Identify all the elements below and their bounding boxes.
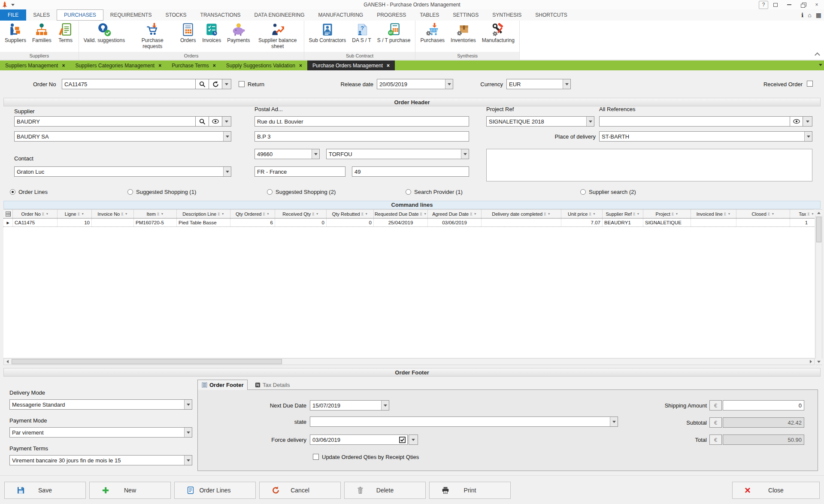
column-header-invoiced-line[interactable]: Invoiced lineΣ▼	[691, 210, 736, 218]
column-header-qty-rebutted[interactable]: Qty RebuttedΣ▼	[327, 210, 374, 218]
filter-icon[interactable]: ▼	[593, 212, 596, 215]
menu-synthesis[interactable]: SYNTHESIS	[485, 9, 528, 21]
filter-icon[interactable]: ▼	[771, 212, 774, 215]
tab-suppliers-management[interactable]: Suppliers Management ×	[0, 60, 70, 70]
restore-button[interactable]	[797, 1, 809, 9]
sum-icon[interactable]: Σ	[121, 212, 124, 216]
received-order-checkbox[interactable]	[807, 81, 813, 87]
state-input[interactable]	[310, 416, 618, 427]
filter-icon[interactable]: ▼	[424, 212, 427, 215]
currency-select[interactable]: EUR	[506, 79, 571, 89]
tab-suppliers-categories-management[interactable]: Suppliers Categories Management ×	[70, 60, 167, 70]
sum-icon[interactable]: Σ	[42, 212, 45, 216]
release-date-input[interactable]: 20/05/2019	[377, 79, 453, 89]
grid-corner-cell[interactable]	[3, 210, 13, 218]
footer-tab-order-footer[interactable]: Order Footer	[197, 380, 248, 390]
ribbon-orders[interactable]: Orders	[177, 21, 199, 45]
sum-icon[interactable]: Σ	[361, 212, 364, 216]
ribbon-payments[interactable]: Payments	[224, 21, 253, 45]
ribbon-supplier-balance[interactable]: Supplier balance sheet	[253, 21, 302, 51]
filter-icon[interactable]: ▼	[474, 212, 477, 215]
sum-icon[interactable]: Σ	[807, 212, 810, 216]
menu-stocks[interactable]: STOCKS	[158, 9, 193, 21]
close-tab-icon[interactable]: ×	[62, 63, 65, 69]
search-supplier-button[interactable]	[195, 116, 209, 127]
currency-dropdown-button[interactable]	[563, 79, 570, 89]
close-window-button[interactable]: ×	[810, 1, 823, 9]
cancel-button[interactable]: Cancel	[259, 482, 341, 499]
column-header-invoice-no[interactable]: Invoice NoΣ▼	[92, 210, 134, 218]
menu-transactions[interactable]: TRANSACTIONS	[194, 9, 248, 21]
column-header-received-qty[interactable]: Received QtyΣ▼	[275, 210, 327, 218]
help-button[interactable]: ?	[759, 1, 768, 9]
filter-icon[interactable]: ▼	[548, 212, 551, 215]
delivery-mode-dropdown-button[interactable]	[184, 400, 192, 409]
sum-icon[interactable]: Σ	[589, 212, 591, 216]
menu-file[interactable]: FILE	[0, 9, 26, 21]
supplier-name-dropdown-button[interactable]	[223, 132, 231, 141]
ribbon-valid-suggestions[interactable]: Valid. suggestions	[81, 21, 128, 45]
all-references-input[interactable]	[599, 116, 790, 127]
calculator-icon[interactable]: ▦	[816, 12, 821, 18]
zip-dropdown-button[interactable]	[312, 149, 319, 159]
column-header-closed[interactable]: ClosedΣ▼	[736, 210, 790, 218]
force-delivery-input[interactable]: 03/06/2019	[310, 435, 408, 445]
ribbon-suppliers[interactable]: Suppliers	[2, 21, 29, 45]
sum-icon[interactable]: Σ	[544, 212, 546, 216]
payment-mode-select[interactable]: Par virement	[9, 427, 192, 438]
filter-icon[interactable]: ▼	[161, 212, 164, 215]
filter-icon[interactable]: ▼	[637, 212, 640, 215]
ribbon-invoices[interactable]: Invoices	[199, 21, 224, 45]
filter-icon[interactable]: ▼	[267, 212, 270, 215]
column-header-supplier-ref[interactable]: Supplier RefΣ▼	[603, 210, 643, 218]
contact-dropdown-button[interactable]	[223, 167, 231, 176]
next-due-date-input[interactable]: 15/07/2019	[310, 400, 389, 410]
sum-icon[interactable]: Σ	[768, 212, 770, 216]
ribbon-purchases[interactable]: Purchases	[417, 21, 448, 45]
scroll-up-button[interactable]	[815, 210, 822, 216]
filter-icon[interactable]: ▼	[811, 212, 814, 215]
project-ref-select[interactable]: SIGNALETIQUE 2018	[486, 116, 594, 127]
delete-button[interactable]: Delete	[344, 482, 426, 499]
close-tab-icon[interactable]: ×	[213, 63, 216, 69]
scroll-down-button[interactable]	[815, 359, 822, 365]
return-checkbox[interactable]	[239, 81, 245, 87]
tab-supply-suggestions-validation[interactable]: Supply Suggestions Validation ×	[221, 60, 307, 70]
info-icon[interactable]: ℹ	[801, 12, 803, 18]
ribbon-terms[interactable]: Terms	[55, 21, 77, 45]
view-supplier-button[interactable]	[209, 116, 222, 127]
filter-icon[interactable]: ▼	[675, 212, 678, 215]
department-input[interactable]: 49	[352, 166, 469, 177]
city-select[interactable]: TORFOU	[326, 149, 469, 159]
payment-terms-select[interactable]: Virement bancaire 30 jours fin de mois l…	[9, 455, 192, 465]
menu-progress[interactable]: PROGRESS	[370, 9, 413, 21]
address1-input[interactable]: Rue du Lt. Bouvier	[254, 116, 469, 127]
filter-icon[interactable]: ▼	[316, 212, 319, 215]
footer-tab-tax-details[interactable]: Tax Details	[251, 380, 294, 390]
ribbon-purchase-requests[interactable]: Purchase requests	[128, 21, 177, 51]
place-of-delivery-dropdown-button[interactable]	[804, 132, 812, 141]
print-button[interactable]: Print	[429, 482, 511, 499]
shipping-amount-input[interactable]: 0	[723, 400, 804, 410]
payment-mode-dropdown-button[interactable]	[184, 428, 192, 437]
save-button[interactable]: Save	[4, 482, 86, 499]
sum-icon[interactable]: Σ	[263, 212, 266, 216]
search-order-button[interactable]	[195, 79, 209, 89]
sum-icon[interactable]: Σ	[470, 212, 473, 216]
column-header-item[interactable]: ItemΣ▼	[134, 210, 177, 218]
project-ref-dropdown-button[interactable]	[586, 117, 594, 126]
refresh-order-button[interactable]	[209, 79, 222, 89]
place-of-delivery-select[interactable]: ST-BARTH	[599, 131, 812, 142]
sum-icon[interactable]: Σ	[672, 212, 674, 216]
ribbon-manufacturing[interactable]: Manufacturing	[479, 21, 518, 45]
menu-manufacturing[interactable]: MANUFACTURING	[311, 9, 370, 21]
tabstrip-overflow-icon[interactable]	[819, 64, 822, 66]
horizontal-scroll-thumb[interactable]	[12, 359, 282, 364]
sum-icon[interactable]: Σ	[724, 212, 727, 216]
country-input[interactable]: FR - France	[254, 166, 345, 177]
update-qties-checkbox[interactable]	[313, 454, 319, 460]
all-references-dropdown-button[interactable]	[803, 116, 812, 127]
filter-icon[interactable]: ▼	[45, 212, 48, 215]
supplier-code-input[interactable]: BAUDRY	[14, 116, 196, 127]
grid-horizontal-scrollbar[interactable]	[3, 358, 815, 365]
